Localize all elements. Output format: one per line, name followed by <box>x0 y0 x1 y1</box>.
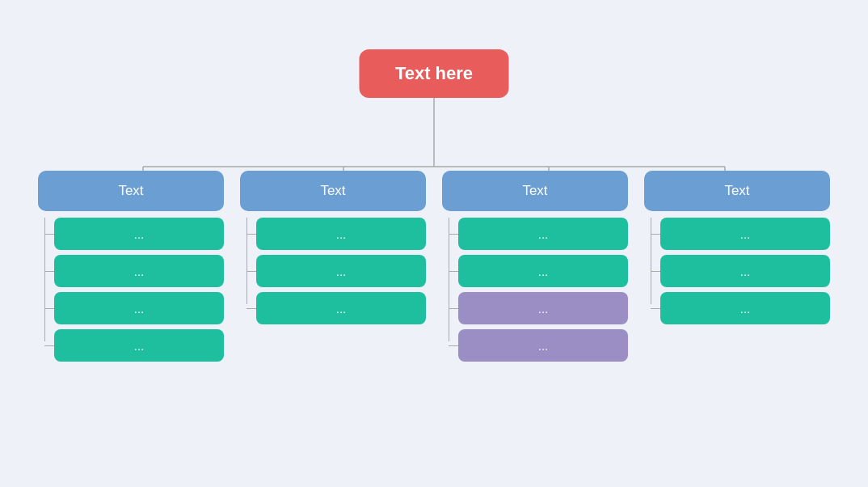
column-4: Text ... ... ... <box>644 171 830 362</box>
children-3: ... ... ... ... <box>442 218 628 362</box>
level1-node-2: Text <box>240 171 426 211</box>
child-node-1-1: ... <box>54 218 224 250</box>
child-node-1-4: ... <box>54 329 224 362</box>
column-3: Text ... ... ... ... <box>442 171 628 362</box>
columns-container: Text ... ... ... ... Text <box>38 171 830 362</box>
child-node-1-3: ... <box>54 292 224 324</box>
child-node-4-1: ... <box>660 218 830 250</box>
level1-label-1: Text <box>118 183 143 199</box>
child-node-2-2: ... <box>256 255 426 287</box>
column-2: Text ... ... ... <box>240 171 426 362</box>
child-node-2-3: ... <box>256 292 426 324</box>
child-node-3-3: ... <box>458 292 628 324</box>
child-node-1-2: ... <box>54 255 224 287</box>
child-node-2-1: ... <box>256 218 426 250</box>
level1-node-1: Text <box>38 171 224 211</box>
level1-label-3: Text <box>522 183 547 199</box>
child-node-3-4: ... <box>458 329 628 362</box>
children-1: ... ... ... ... <box>38 218 224 362</box>
children-4: ... ... ... <box>644 218 830 324</box>
level1-node-3: Text <box>442 171 628 211</box>
child-node-4-3: ... <box>660 292 830 324</box>
children-2: ... ... ... <box>240 218 426 324</box>
level1-label-2: Text <box>320 183 345 199</box>
level1-label-4: Text <box>724 183 749 199</box>
root-label: Text here <box>395 63 473 84</box>
column-1: Text ... ... ... ... <box>38 171 224 362</box>
level1-node-4: Text <box>644 171 830 211</box>
child-node-3-1: ... <box>458 218 628 250</box>
root-node: Text here <box>360 49 509 98</box>
org-chart: Text here Text ... ... ... ... <box>14 17 854 470</box>
child-node-4-2: ... <box>660 255 830 287</box>
child-node-3-2: ... <box>458 255 628 287</box>
